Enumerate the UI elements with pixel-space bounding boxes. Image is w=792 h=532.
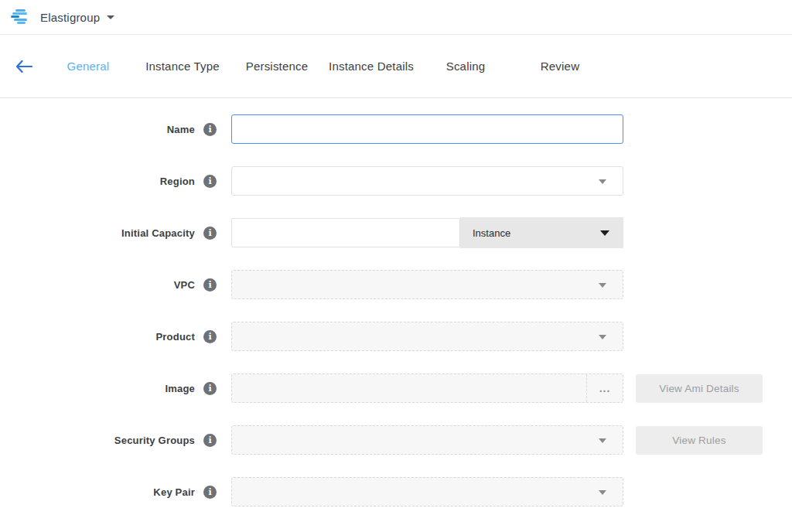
product-info-icon[interactable]: i — [203, 330, 217, 343]
wizard-tabs: General Instance Type Persistence Instan… — [41, 60, 607, 73]
image-browse-button: ... — [586, 374, 623, 402]
tab-scaling[interactable]: Scaling — [418, 60, 513, 73]
region-select[interactable] — [231, 166, 623, 196]
vpc-info-icon[interactable]: i — [203, 278, 217, 292]
wizard-tab-bar: General Instance Type Persistence Instan… — [0, 35, 792, 98]
region-label: Region — [0, 176, 195, 187]
caret-down-icon — [600, 230, 609, 236]
caret-down-icon — [599, 179, 606, 184]
caret-down-icon — [599, 335, 606, 339]
key-pair-info-icon[interactable]: i — [203, 486, 217, 499]
capacity-unit-select[interactable]: Instance — [460, 217, 623, 248]
form-row-vpc: VPC i — [0, 270, 792, 299]
view-ami-details-button[interactable]: View Ami Details — [636, 374, 763, 403]
caret-down-icon — [599, 283, 606, 288]
form-row-security-groups: Security Groups i View Rules — [0, 425, 792, 455]
vpc-label: VPC — [0, 279, 195, 291]
app-title[interactable]: Elastigroup — [40, 11, 100, 24]
view-rules-button[interactable]: View Rules — [636, 426, 763, 455]
back-button[interactable] — [14, 56, 34, 77]
top-bar: Elastigroup — [0, 0, 792, 35]
form-row-image: Image i ... View Ami Details — [0, 373, 792, 403]
form-row-name: Name i — [0, 114, 792, 144]
form-row-region: Region i — [0, 166, 792, 196]
elastigroup-logo-icon — [11, 9, 31, 26]
image-info-icon[interactable]: i — [203, 382, 217, 395]
security-groups-label: Security Groups — [0, 435, 195, 446]
form-row-initial-capacity: Initial Capacity i Instance — [0, 218, 792, 247]
product-select — [231, 322, 623, 351]
back-arrow-icon — [15, 60, 32, 73]
general-settings-form: Name i Region i Initial Capacity i Insta… — [0, 98, 792, 506]
form-row-key-pair: Key Pair i — [0, 477, 792, 506]
region-info-icon[interactable]: i — [203, 175, 217, 188]
tab-instance-details[interactable]: Instance Details — [324, 60, 418, 73]
name-info-icon[interactable]: i — [203, 123, 217, 136]
name-input[interactable] — [231, 114, 623, 144]
security-groups-info-icon[interactable]: i — [203, 434, 217, 447]
tab-persistence[interactable]: Persistence — [230, 60, 324, 73]
key-pair-label: Key Pair — [0, 486, 195, 498]
tab-general[interactable]: General — [41, 60, 135, 73]
security-groups-select — [231, 425, 623, 455]
vpc-select — [231, 270, 623, 299]
initial-capacity-info-icon[interactable]: i — [203, 227, 217, 240]
image-label: Image — [0, 383, 195, 394]
key-pair-select — [231, 477, 623, 506]
initial-capacity-input[interactable] — [231, 218, 460, 247]
form-row-product: Product i — [0, 322, 792, 351]
tab-review[interactable]: Review — [513, 60, 607, 73]
initial-capacity-label: Initial Capacity — [0, 227, 195, 239]
caret-down-icon — [599, 490, 606, 495]
tab-instance-type[interactable]: Instance Type — [135, 60, 230, 73]
image-input: ... — [231, 373, 623, 403]
name-label: Name — [0, 124, 195, 135]
app-title-caret-down-icon[interactable] — [107, 15, 114, 19]
capacity-unit-value: Instance — [473, 227, 510, 239]
product-label: Product — [0, 331, 195, 343]
caret-down-icon — [599, 438, 606, 443]
